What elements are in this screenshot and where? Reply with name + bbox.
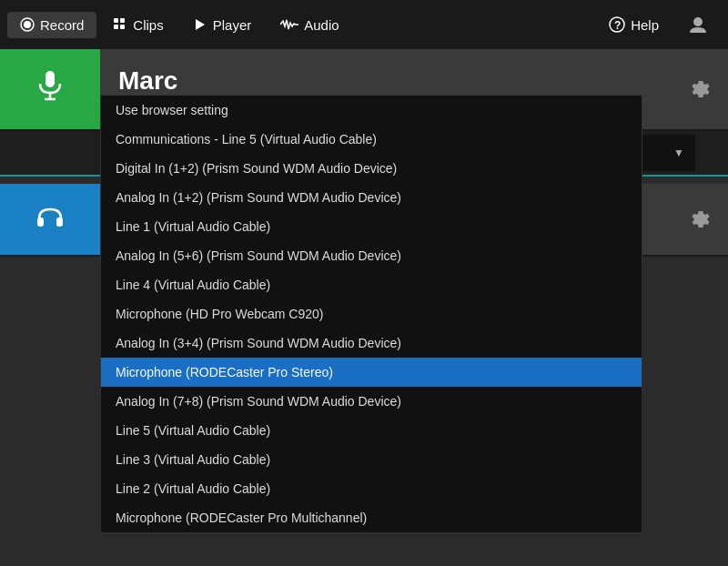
svg-rect-2 xyxy=(114,18,118,23)
menu-item-13[interactable]: Line 3 (Virtual Audio Cable) xyxy=(101,445,642,474)
nav-clips-label: Clips xyxy=(133,17,163,33)
svg-text:?: ? xyxy=(614,19,621,32)
audio-icon xyxy=(280,17,298,32)
nav-audio-label: Audio xyxy=(304,17,339,33)
svg-rect-4 xyxy=(114,25,118,29)
menu-item-2[interactable]: Communications - Line 5 (Virtual Audio C… xyxy=(101,125,642,154)
nav-help-label: Help xyxy=(631,17,659,33)
svg-rect-3 xyxy=(120,18,125,23)
menu-item-5[interactable]: Line 1 (Virtual Audio Cable) xyxy=(101,212,642,241)
svg-rect-14 xyxy=(56,217,63,227)
menu-item-4[interactable]: Analog In (1+2) (Prism Sound WDM Audio D… xyxy=(101,183,642,212)
track-name: Marc xyxy=(118,66,673,96)
menu-item-15[interactable]: Microphone (RODECaster Pro Multichannel) xyxy=(101,503,642,532)
menu-item-6[interactable]: Analog In (5+6) (Prism Sound WDM Audio D… xyxy=(101,241,642,270)
svg-point-9 xyxy=(693,17,703,26)
svg-marker-6 xyxy=(196,19,205,30)
track-gear-button-2[interactable] xyxy=(673,184,728,255)
track-headphone-icon-box[interactable] xyxy=(0,184,100,255)
clips-icon xyxy=(113,17,127,32)
svg-rect-13 xyxy=(37,217,44,227)
menu-item-10[interactable]: Microphone (RODECaster Pro Stereo) xyxy=(101,358,642,387)
menu-item-7[interactable]: Line 4 (Virtual Audio Cable) xyxy=(101,270,642,299)
audio-device-menu: Use browser settingCommunications - Line… xyxy=(100,95,642,533)
nav-account[interactable] xyxy=(675,9,721,40)
nav-player[interactable]: Player xyxy=(180,12,265,38)
record-icon xyxy=(20,17,35,32)
svg-point-1 xyxy=(24,21,31,28)
help-icon: ? xyxy=(609,16,625,33)
mic-icon xyxy=(34,69,66,109)
headphone-icon xyxy=(35,202,65,238)
menu-item-9[interactable]: Analog In (3+4) (Prism Sound WDM Audio D… xyxy=(101,328,642,358)
number-arrow: ▼ xyxy=(673,147,684,159)
menu-item-3[interactable]: Digital In (1+2) (Prism Sound WDM Audio … xyxy=(101,154,642,183)
nav-help[interactable]: ? Help xyxy=(596,11,672,38)
nav-right: ? Help xyxy=(596,9,721,40)
top-nav: Record Clips Player Audio ? xyxy=(0,0,728,49)
account-icon xyxy=(688,15,708,35)
menu-item-8[interactable]: Microphone (HD Pro Webcam C920) xyxy=(101,299,642,328)
svg-rect-10 xyxy=(46,71,55,87)
track-gear-button[interactable] xyxy=(673,49,728,129)
nav-record-label: Record xyxy=(40,17,84,33)
menu-item-12[interactable]: Line 5 (Virtual Audio Cable) xyxy=(101,416,642,445)
svg-rect-5 xyxy=(120,25,125,29)
nav-record[interactable]: Record xyxy=(7,12,96,38)
nav-audio[interactable]: Audio xyxy=(268,12,351,38)
menu-item-11[interactable]: Analog In (7+8) (Prism Sound WDM Audio D… xyxy=(101,387,642,416)
track-mic-icon-box[interactable] xyxy=(0,49,100,129)
menu-item-1[interactable]: Use browser setting xyxy=(101,96,642,125)
menu-item-14[interactable]: Line 2 (Virtual Audio Cable) xyxy=(101,474,642,503)
nav-clips[interactable]: Clips xyxy=(100,12,176,38)
player-icon xyxy=(193,17,207,32)
nav-player-label: Player xyxy=(213,17,252,33)
